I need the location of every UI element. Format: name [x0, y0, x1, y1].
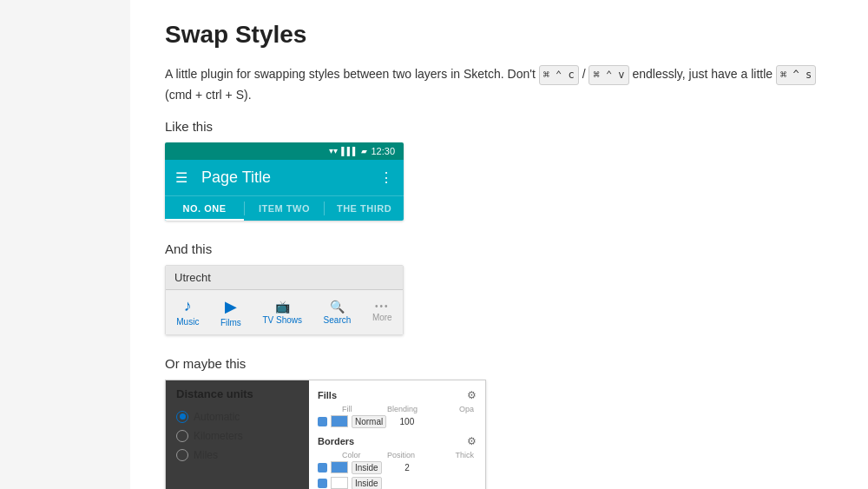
kilometers-label: Kilometers	[194, 430, 243, 442]
search-label: Search	[324, 315, 352, 325]
android-toolbar: ☰ Page Title ⋮	[165, 160, 404, 195]
position-col: Position	[387, 451, 429, 459]
distance-units-title: Distance units	[176, 387, 299, 400]
more-icon: •••	[375, 301, 390, 311]
fill-opacity-value: 100	[390, 417, 414, 426]
radio-kilometers-button[interactable]	[176, 430, 188, 442]
fill-row-1: Normal 100	[318, 415, 477, 428]
fills-gear-icon[interactable]: ⚙	[467, 389, 477, 401]
itunes-header: Utrecht	[166, 266, 403, 290]
tv-icon: 📺	[275, 300, 290, 314]
android-status-bar: ▾▾ ▌▌▌ ▰ 12:30	[165, 142, 404, 160]
borders-section: Borders ⚙ Color Position Thick Inside 2	[318, 435, 477, 489]
kbd-paste: ⌘ ⌃ v	[589, 65, 628, 85]
status-time: 12:30	[371, 146, 395, 156]
or-maybe-this-label: Or maybe this	[165, 356, 833, 371]
main-content: Swap Styles A little plugin for swapping…	[130, 0, 868, 489]
android-tab-2[interactable]: ITEM TWO	[245, 196, 324, 221]
fills-col-headers: Fill Blending Opa	[318, 405, 477, 413]
android-screenshot: ▾▾ ▌▌▌ ▰ 12:30 ☰ Page Title ⋮ NO. ONE IT…	[165, 142, 404, 221]
border-row-1: Inside 2	[318, 461, 477, 474]
and-this-label: And this	[165, 241, 833, 256]
settings-screenshot: Distance units Automatic Kilometers Mile…	[165, 380, 486, 489]
fill-color-swatch-1[interactable]	[331, 415, 348, 427]
wifi-icon: ▾▾	[329, 146, 338, 155]
hamburger-icon[interactable]: ☰	[175, 169, 187, 186]
settings-right-panel: Fills ⚙ Fill Blending Opa Normal 100	[309, 380, 485, 489]
fill-col: Fill	[342, 405, 384, 413]
desc-part3: (cmd + ctrl + S).	[165, 88, 252, 102]
fill-mode-select[interactable]: Normal	[352, 415, 386, 428]
border-color-swatch-1[interactable]	[331, 461, 348, 473]
settings-left-panel: Distance units Automatic Kilometers Mile…	[166, 380, 309, 489]
border-thickness-value-1: 2	[385, 463, 410, 472]
blending-col: Blending	[387, 405, 429, 413]
radio-kilometers[interactable]: Kilometers	[176, 426, 299, 446]
page-title: Swap Styles	[165, 21, 833, 49]
kbd-shortcut: ⌘ ^ s	[776, 65, 816, 85]
search-icon: 🔍	[330, 300, 345, 314]
more-label: More	[372, 313, 392, 322]
itunes-nav-search[interactable]: 🔍 Search	[324, 300, 352, 325]
borders-header: Borders ⚙	[318, 435, 477, 447]
signal-icon: ▌▌▌	[341, 147, 358, 155]
android-tab-3[interactable]: THE THIRD	[325, 196, 404, 221]
fill-checkbox-1[interactable]	[318, 417, 327, 426]
miles-label: Miles	[194, 449, 218, 461]
itunes-nav-films[interactable]: ▶ Films	[220, 297, 241, 327]
android-tab-1[interactable]: NO. ONE	[165, 196, 244, 221]
android-tabs: NO. ONE ITEM TWO THE THIRD	[165, 195, 404, 221]
radio-automatic-inner	[180, 413, 186, 420]
radio-miles-button[interactable]	[176, 449, 188, 461]
kbd-copy: ⌘ ⌃ c	[539, 65, 579, 85]
fills-header: Fills ⚙	[318, 389, 477, 401]
radio-miles[interactable]: Miles	[176, 446, 299, 465]
border-color-swatch-2[interactable]	[331, 477, 348, 489]
films-label: Films	[220, 318, 241, 327]
fills-title: Fills	[318, 390, 337, 400]
desc-slash: /	[582, 67, 589, 81]
music-icon: ♪	[184, 297, 192, 315]
more-options-icon[interactable]: ⋮	[379, 169, 393, 186]
sidebar	[0, 0, 130, 489]
borders-col-headers: Color Position Thick	[318, 451, 477, 459]
status-icons: ▾▾ ▌▌▌ ▰ 12:30	[329, 146, 395, 156]
itunes-nav-tv[interactable]: 📺 TV Shows	[262, 300, 302, 325]
like-this-label: Like this	[165, 119, 833, 134]
automatic-label: Automatic	[194, 411, 240, 423]
battery-icon: ▰	[361, 147, 367, 155]
borders-gear-icon[interactable]: ⚙	[467, 435, 477, 447]
tv-label: TV Shows	[262, 315, 302, 325]
fills-section: Fills ⚙ Fill Blending Opa Normal 100	[318, 389, 477, 428]
border-position-select-1[interactable]: Inside	[352, 461, 382, 474]
desc-part2: endlessly, just have a little	[632, 67, 773, 81]
itunes-nav-music[interactable]: ♪ Music	[176, 297, 199, 327]
radio-automatic-button[interactable]	[176, 411, 188, 423]
borders-title: Borders	[318, 436, 354, 446]
itunes-nav-more[interactable]: ••• More	[372, 301, 392, 322]
thickness-col: Thick	[432, 451, 474, 459]
border-row-2: Inside	[318, 477, 477, 489]
color-col: Color	[342, 451, 384, 459]
radio-automatic[interactable]: Automatic	[176, 407, 299, 426]
itunes-nav: ♪ Music ▶ Films 📺 TV Shows 🔍 Search ••• …	[166, 290, 403, 334]
music-label: Music	[176, 317, 199, 327]
border-checkbox-2[interactable]	[318, 479, 327, 488]
border-position-select-2[interactable]: Inside	[352, 477, 382, 489]
android-toolbar-title: Page Title	[201, 169, 379, 187]
border-checkbox-1[interactable]	[318, 463, 327, 472]
desc-part1: A little plugin for swapping styles betw…	[165, 67, 536, 81]
opacity-col: Opa	[432, 405, 474, 413]
film-icon: ▶	[225, 297, 237, 316]
itunes-screenshot: Utrecht ♪ Music ▶ Films 📺 TV Shows 🔍 Sea…	[165, 265, 404, 335]
description: A little plugin for swapping styles betw…	[165, 64, 833, 105]
